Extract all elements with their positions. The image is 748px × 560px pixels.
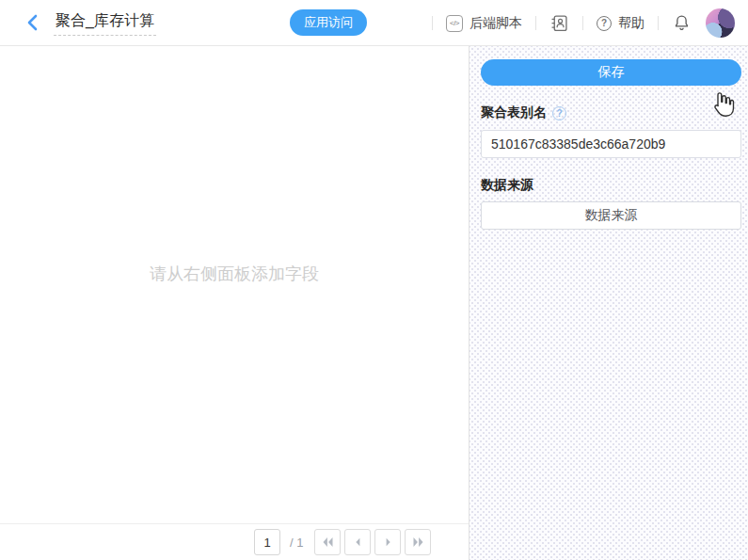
double-chevron-left-icon — [321, 536, 335, 549]
alias-input[interactable] — [481, 130, 741, 158]
help-label: 帮助 — [618, 15, 645, 32]
page-title[interactable]: 聚合_库存计算 — [54, 9, 156, 36]
chevron-left-icon — [25, 14, 40, 31]
divider — [432, 16, 433, 30]
alias-label-row: 聚合表别名 ? — [481, 104, 741, 121]
code-icon: </> — [446, 15, 463, 32]
chevron-right-triangle-icon — [382, 536, 394, 549]
pagination-bar: 1 / 1 — [0, 523, 469, 560]
help-button[interactable]: ? 帮助 — [597, 15, 645, 32]
page-total-label: / 1 — [290, 536, 303, 550]
first-page-button[interactable] — [314, 529, 341, 555]
user-avatar[interactable] — [706, 8, 735, 38]
chevron-left-triangle-icon — [352, 536, 364, 549]
question-circle-icon: ? — [597, 16, 612, 31]
next-page-button[interactable] — [374, 529, 401, 555]
divider — [658, 16, 659, 30]
backend-script-label: 后端脚本 — [469, 15, 522, 32]
settings-panel: 保存 聚合表别名 ? 数据来源 数据来源 — [469, 46, 748, 560]
pager-group: 1 / 1 — [254, 529, 435, 555]
contacts-book-icon — [549, 13, 569, 33]
double-chevron-right-icon — [411, 536, 425, 549]
datasource-button[interactable]: 数据来源 — [481, 201, 741, 230]
last-page-button[interactable] — [405, 529, 431, 555]
backend-script-button[interactable]: </> 后端脚本 — [446, 15, 522, 32]
aggregate-table-canvas: 请从右侧面板添加字段 — [0, 46, 469, 523]
alias-help-icon[interactable]: ? — [552, 106, 566, 120]
app-access-button[interactable]: 应用访问 — [290, 9, 367, 36]
save-button[interactable]: 保存 — [481, 59, 741, 86]
back-button[interactable] — [24, 13, 41, 32]
divider — [535, 16, 536, 30]
empty-canvas-hint: 请从右侧面板添加字段 — [150, 263, 319, 308]
datasource-label: 数据来源 — [481, 177, 741, 194]
divider — [582, 16, 583, 30]
notification-button[interactable] — [672, 13, 692, 33]
prev-page-button[interactable] — [344, 529, 371, 555]
contacts-button[interactable] — [549, 13, 569, 33]
app-window: 聚合_库存计算 应用访问 </> 后端脚本 ? 帮助 — [0, 0, 748, 560]
bell-icon — [672, 13, 692, 33]
topbar-right-group: </> 后端脚本 ? 帮助 — [419, 0, 735, 46]
page-number-input[interactable]: 1 — [254, 529, 280, 555]
alias-label: 聚合表别名 — [481, 104, 547, 121]
top-bar: 聚合_库存计算 应用访问 </> 后端脚本 ? 帮助 — [0, 0, 748, 46]
